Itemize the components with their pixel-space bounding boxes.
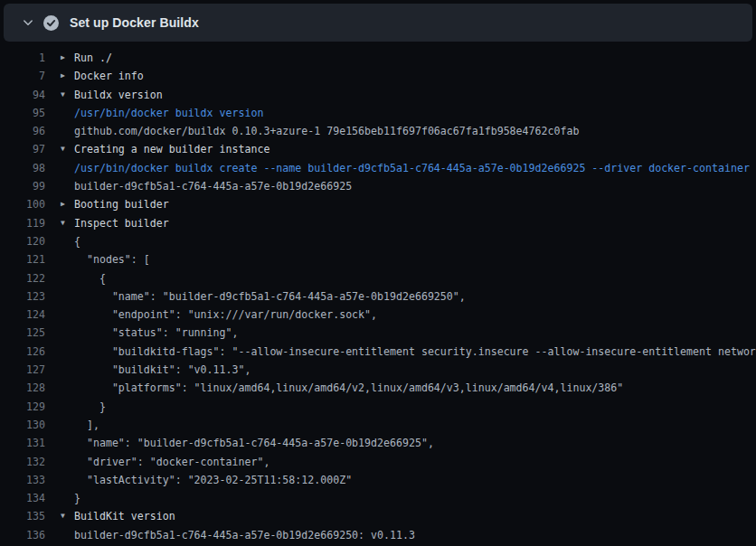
line-number[interactable]: 98 xyxy=(0,159,45,177)
log-text: "platforms": "linux/amd64,linux/amd64/v2… xyxy=(74,379,623,397)
disclosure-triangle-icon xyxy=(61,343,74,361)
log-line: 132 "driver": "docker-container", xyxy=(0,453,756,471)
chevron-expanded-icon[interactable]: ▼ xyxy=(61,140,74,158)
log-text: } xyxy=(74,489,80,507)
line-number[interactable]: 124 xyxy=(0,306,45,324)
disclosure-triangle-icon xyxy=(61,324,74,342)
line-number[interactable]: 119 xyxy=(0,214,45,232)
log-text: { xyxy=(74,232,80,250)
log-line: 95 /usr/bin/docker buildx version xyxy=(0,104,756,122)
line-number[interactable]: 127 xyxy=(0,361,45,379)
chevron-expanded-icon[interactable]: ▼ xyxy=(61,507,74,525)
chevron-collapsed-icon[interactable]: ▶ xyxy=(61,195,74,213)
log-line[interactable]: 97 ▼ Creating a new builder instance xyxy=(0,140,756,158)
line-number[interactable]: 135 xyxy=(0,507,45,525)
disclosure-triangle-icon xyxy=(61,379,74,397)
log-text: Buildx version xyxy=(74,86,163,104)
disclosure-triangle-icon xyxy=(61,159,74,177)
line-number[interactable]: 95 xyxy=(0,104,45,122)
log-text: Run ./ xyxy=(74,49,112,67)
disclosure-triangle-icon xyxy=(61,489,74,507)
disclosure-triangle-icon xyxy=(61,306,74,324)
line-number[interactable]: 125 xyxy=(0,324,45,342)
log-line[interactable]: 1 ▶ Run ./ xyxy=(0,49,756,67)
log-line[interactable]: 7 ▶ Docker info xyxy=(0,67,756,85)
chevron-collapsed-icon[interactable]: ▶ xyxy=(61,49,74,67)
log-text: } xyxy=(74,398,106,416)
log-text: /usr/bin/docker buildx version xyxy=(74,104,263,122)
line-number[interactable]: 120 xyxy=(0,232,45,250)
log-line: 124 "endpoint": "unix:///var/run/docker.… xyxy=(0,306,756,324)
line-number[interactable]: 121 xyxy=(0,250,45,268)
log-line[interactable]: 100 ▶ Booting builder xyxy=(0,195,756,213)
line-number[interactable]: 123 xyxy=(0,287,45,306)
line-number[interactable]: 134 xyxy=(0,489,45,507)
log-line: 120 { xyxy=(0,232,756,250)
log-text: "driver": "docker-container", xyxy=(74,453,269,471)
log-text: "lastActivity": "2023-02-25T11:58:12.000… xyxy=(74,471,352,489)
line-number[interactable]: 100 xyxy=(0,195,45,213)
disclosure-triangle-icon xyxy=(61,232,74,250)
step-header[interactable]: Set up Docker Buildx xyxy=(4,4,752,42)
line-number[interactable]: 129 xyxy=(0,398,45,416)
chevron-expanded-icon[interactable]: ▼ xyxy=(61,214,74,232)
line-number[interactable]: 132 xyxy=(0,453,45,471)
line-number[interactable]: 94 xyxy=(0,86,45,104)
log-line: 133 "lastActivity": "2023-02-25T11:58:12… xyxy=(0,471,756,489)
disclosure-triangle-icon xyxy=(61,177,74,195)
disclosure-triangle-icon xyxy=(61,269,74,287)
log-text: "buildkitd-flags": "--allow-insecure-ent… xyxy=(74,343,756,361)
log-line: 98 /usr/bin/docker buildx create --name … xyxy=(0,159,756,177)
log-line: 122 { xyxy=(0,269,756,287)
line-number[interactable]: 1 xyxy=(0,49,45,67)
log-text: Inspect builder xyxy=(74,214,169,232)
log-text: "buildkit": "v0.11.3", xyxy=(74,361,250,379)
log-line: 125 "status": "running", xyxy=(0,324,756,342)
disclosure-triangle-icon xyxy=(61,453,74,471)
line-number[interactable]: 99 xyxy=(0,177,45,195)
line-number[interactable]: 128 xyxy=(0,379,45,397)
log-text: builder-d9cfb5a1-c764-445a-a57e-0b19d2e6… xyxy=(74,526,415,544)
log-line: 123 "name": "builder-d9cfb5a1-c764-445a-… xyxy=(0,287,756,306)
log-text: { xyxy=(74,269,106,287)
log-text: ], xyxy=(74,416,99,434)
log-text: /usr/bin/docker buildx create --name bui… xyxy=(74,159,750,177)
line-number[interactable]: 7 xyxy=(0,67,45,85)
log-line: 130 ], xyxy=(0,416,756,434)
log-lines: 1 ▶ Run ./ 7 ▶ Docker info 94 ▼ Buildx v… xyxy=(0,42,756,544)
line-number[interactable]: 96 xyxy=(0,122,45,140)
log-line[interactable]: 119 ▼ Inspect builder xyxy=(0,214,756,232)
disclosure-triangle-icon xyxy=(61,122,74,140)
log-line: 126 "buildkitd-flags": "--allow-insecure… xyxy=(0,343,756,361)
disclosure-triangle-icon xyxy=(61,104,74,122)
log-line[interactable]: 135 ▼ BuildKit version xyxy=(0,507,756,525)
log-text: BuildKit version xyxy=(74,507,175,525)
log-text: "name": "builder-d9cfb5a1-c764-445a-a57e… xyxy=(74,287,466,306)
chevron-collapsed-icon[interactable]: ▶ xyxy=(61,67,74,85)
disclosure-triangle-icon xyxy=(61,526,74,544)
line-number[interactable]: 131 xyxy=(0,434,45,452)
chevron-down-icon[interactable] xyxy=(22,16,34,29)
line-number[interactable]: 122 xyxy=(0,269,45,287)
line-number[interactable]: 136 xyxy=(0,526,45,544)
log-line: 128 "platforms": "linux/amd64,linux/amd6… xyxy=(0,379,756,397)
log-text: builder-d9cfb5a1-c764-445a-a57e-0b19d2e6… xyxy=(74,177,352,195)
log-line[interactable]: 94 ▼ Buildx version xyxy=(0,86,756,104)
log-text: github.com/docker/buildx 0.10.3+azure-1 … xyxy=(74,122,579,140)
log-line: 129 } xyxy=(0,398,756,416)
log-line: 99 builder-d9cfb5a1-c764-445a-a57e-0b19d… xyxy=(0,177,756,195)
log-line: 134 } xyxy=(0,489,756,507)
step-title: Set up Docker Buildx xyxy=(70,15,199,30)
chevron-expanded-icon[interactable]: ▼ xyxy=(61,86,74,104)
log-text: Creating a new builder instance xyxy=(74,140,269,158)
line-number[interactable]: 133 xyxy=(0,471,45,489)
log-text: "endpoint": "unix:///var/run/docker.sock… xyxy=(74,306,377,324)
line-number[interactable]: 97 xyxy=(0,140,45,158)
disclosure-triangle-icon xyxy=(61,471,74,489)
line-number[interactable]: 126 xyxy=(0,343,45,361)
log-text: Docker info xyxy=(74,67,144,85)
check-circle-icon xyxy=(43,15,59,31)
log-text: "nodes": [ xyxy=(74,250,150,268)
line-number[interactable]: 130 xyxy=(0,416,45,434)
disclosure-triangle-icon xyxy=(61,287,74,306)
